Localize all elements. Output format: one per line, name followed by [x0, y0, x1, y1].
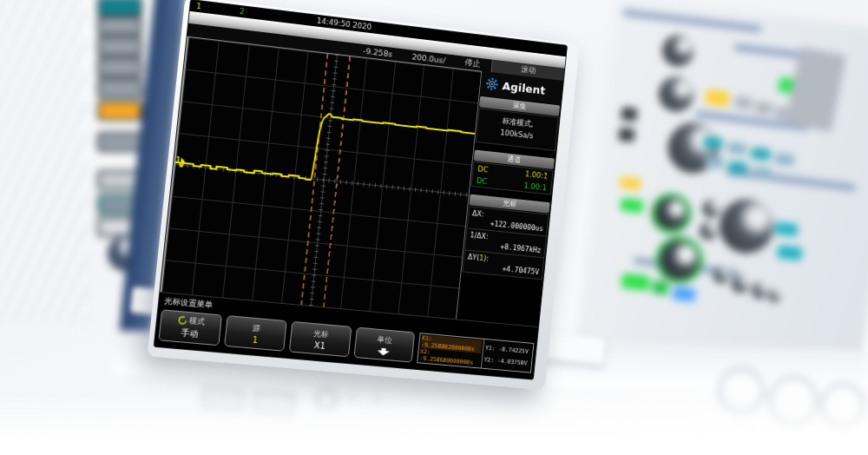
softkey-mode[interactable]: 模式 手动: [158, 309, 222, 346]
y1-readout: Y1: -8.74225V: [485, 345, 531, 355]
screen-bezel: 1 2 14:49:50 2020 -9.258s 200.0us/ 停止 滚动: [148, 0, 580, 390]
run-state: 停止: [464, 57, 481, 70]
softkey-source[interactable]: 源 1: [224, 315, 287, 352]
softkey-units[interactable]: 单位: [353, 327, 415, 363]
channel2-badge: 2: [239, 6, 245, 17]
waveform-graticule: 1: [160, 36, 481, 320]
softkey-cursor[interactable]: 光标 X1: [289, 321, 352, 357]
agilent-spark-icon: [485, 76, 499, 91]
channel1-coupling: DC: [477, 164, 489, 174]
down-arrow-icon: [377, 347, 390, 356]
y2-readout: Y2: -4.03750V: [483, 356, 529, 366]
channel1-trace: [175, 97, 476, 196]
photo-bottom-fade: [0, 394, 868, 455]
channel2-probe: 1.00:1: [523, 181, 547, 192]
screen: 1 2 14:49:50 2020 -9.258s 200.0us/ 停止 滚动: [154, 0, 568, 380]
channel1-badge: 1: [196, 1, 202, 13]
cursors-info: ΔX: +122.000000us 1/ΔX: +8.1967kHz ΔY(1)…: [462, 206, 549, 280]
brand-name: Agilent: [502, 79, 546, 96]
channel1-probe: 1.00:1: [524, 169, 548, 180]
waveform-plot: [161, 37, 481, 319]
channel1-ground-marker: 1: [175, 156, 188, 166]
oscilloscope-display: 1 2 14:49:50 2020 -9.258s 200.0us/ 停止 滚动: [148, 0, 580, 390]
cycle-icon: [177, 315, 187, 326]
channel2-coupling: DC: [476, 176, 487, 186]
